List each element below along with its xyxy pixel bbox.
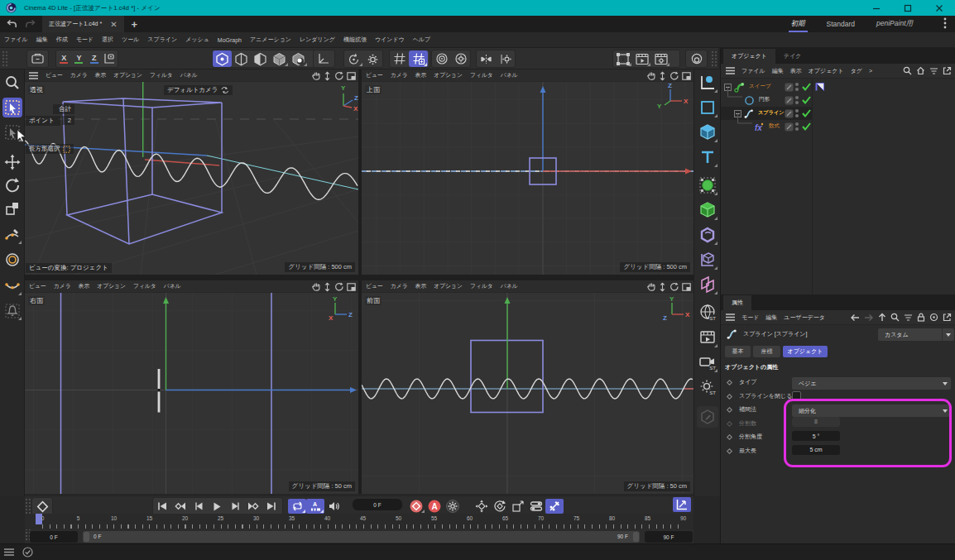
visibility-dots-icon[interactable] xyxy=(794,95,799,105)
axis-settings-icon[interactable] xyxy=(451,50,470,67)
camera-object-icon[interactable]: ST xyxy=(697,352,718,373)
sky-object-icon[interactable]: ST xyxy=(697,302,718,323)
range-slider-right-handle[interactable] xyxy=(633,532,639,542)
spline-smooth-tool-icon[interactable] xyxy=(2,276,22,296)
menu-item[interactable]: 機能拡張 xyxy=(343,36,367,44)
viewport-menu-display[interactable]: 表示 xyxy=(415,282,427,290)
render-settings-icon[interactable] xyxy=(651,50,670,67)
viewport-menu-options[interactable]: オプション xyxy=(434,71,463,79)
viewport-menu-panel[interactable]: パネル xyxy=(180,71,198,79)
attr-menu-mode[interactable]: モード xyxy=(741,314,759,322)
viewport-menu-view[interactable]: ビュー xyxy=(46,71,63,79)
key-scale-icon[interactable] xyxy=(509,499,527,514)
attr-filter-icon[interactable] xyxy=(904,314,913,322)
enabled-check-icon[interactable] xyxy=(801,95,812,105)
cube-primitive-icon[interactable] xyxy=(697,122,718,143)
visibility-dots-icon[interactable] xyxy=(794,82,799,92)
attr-forward-icon[interactable] xyxy=(864,314,874,322)
viewport-menu-display[interactable]: 表示 xyxy=(95,71,107,79)
timeline-ruler[interactable]: 051015202530354045505560657075808590 xyxy=(25,514,693,529)
viewport-menu-view[interactable]: ビュー xyxy=(29,282,46,290)
menu-item[interactable]: 選択 xyxy=(102,36,113,44)
edit-toggle-icon[interactable] xyxy=(785,109,794,118)
redo-icon[interactable] xyxy=(23,17,38,31)
axis-center-icon[interactable] xyxy=(432,50,451,67)
axis-workplane-icon[interactable] xyxy=(314,50,334,67)
maximize-button[interactable] xyxy=(892,0,924,16)
attr-search-icon[interactable] xyxy=(890,313,900,322)
instance-object-icon[interactable] xyxy=(697,249,718,270)
pan-hand-icon[interactable] xyxy=(647,282,655,291)
menu-item[interactable]: ヘルプ xyxy=(413,36,431,44)
phong-tag-icon[interactable] xyxy=(815,82,825,92)
viewport-right[interactable]: ビュー カメラ 表示 オプション フィルタ パネル Y Z X 右面 グリッド間… xyxy=(25,280,358,494)
om-menu-view[interactable]: 表示 xyxy=(790,67,802,75)
type-dropdown[interactable]: ベジエ xyxy=(792,377,951,390)
subdivision-surface-icon[interactable] xyxy=(697,175,718,196)
viewport-menu-camera[interactable]: カメラ xyxy=(70,71,88,79)
symmetry-settings-icon[interactable] xyxy=(496,50,515,67)
enabled-check-icon[interactable] xyxy=(801,108,812,118)
keying-settings-icon[interactable] xyxy=(444,499,462,514)
menu-item[interactable]: MoGraph xyxy=(218,37,242,43)
edit-toggle-icon[interactable] xyxy=(785,83,794,92)
record-keyframe-icon[interactable] xyxy=(33,499,51,514)
object-row-circle[interactable]: 円形 xyxy=(721,93,955,107)
edit-toggle-icon[interactable] xyxy=(785,122,794,132)
extrude-generator-icon[interactable] xyxy=(697,199,718,221)
solo-mode-icon[interactable] xyxy=(687,50,706,67)
pan-hand-icon[interactable] xyxy=(312,71,320,80)
timeline-window-icon[interactable] xyxy=(673,497,691,512)
shading-lines-icon[interactable] xyxy=(232,50,251,67)
viewport-menu-options[interactable]: オプション xyxy=(97,282,126,290)
play-icon[interactable] xyxy=(208,499,226,514)
menu-item[interactable]: モード xyxy=(76,36,94,44)
spline-pen-tool-icon[interactable] xyxy=(2,225,22,245)
current-frame-field[interactable]: 0 F xyxy=(353,499,402,510)
dolly-icon[interactable] xyxy=(659,71,666,81)
menu-item[interactable]: ウインドウ xyxy=(375,36,405,44)
close-tab-icon[interactable]: ✕ xyxy=(110,20,117,29)
record-keyframe-button[interactable] xyxy=(407,499,425,514)
layout-standard[interactable]: Standard xyxy=(827,20,856,28)
om-menu-icon[interactable] xyxy=(726,67,735,74)
viewport-menu-view[interactable]: ビュー xyxy=(366,71,383,79)
orbit-icon[interactable] xyxy=(669,71,679,80)
zoom-tool-icon[interactable] xyxy=(2,73,22,93)
rectangle-spline-icon[interactable] xyxy=(697,97,718,118)
pan-hand-icon[interactable] xyxy=(312,282,320,291)
bell-tool-icon[interactable] xyxy=(2,301,22,321)
key-position-icon[interactable] xyxy=(473,499,491,514)
dolly-icon[interactable] xyxy=(324,71,331,81)
viewport-menu-camera[interactable]: カメラ xyxy=(391,282,408,290)
goto-start-icon[interactable] xyxy=(153,499,171,514)
render-picture-viewer-icon[interactable] xyxy=(632,50,651,67)
layout-initial[interactable]: 初期 xyxy=(791,19,805,29)
viewport-menu-panel[interactable]: パネル xyxy=(164,282,181,290)
camera-label[interactable]: デフォルトカメラ xyxy=(164,85,233,95)
object-name[interactable]: スイープ xyxy=(749,83,771,90)
object-row-formula[interactable]: fx 数式 xyxy=(721,120,955,133)
reset-psr-icon[interactable] xyxy=(344,50,363,67)
visibility-dots-icon[interactable] xyxy=(794,108,799,118)
prev-frame-icon[interactable] xyxy=(190,499,208,514)
enabled-check-icon[interactable] xyxy=(801,82,812,92)
attr-menu-userdata[interactable]: ユーザーデータ xyxy=(784,314,825,322)
dolly-icon[interactable] xyxy=(659,282,666,292)
rotate-tool-icon[interactable] xyxy=(2,175,22,195)
toolbar-drag-handle[interactable] xyxy=(2,50,7,67)
render-view-icon[interactable] xyxy=(613,50,632,67)
top-canvas[interactable]: Z X Y xyxy=(362,82,693,275)
attr-menu-edit[interactable]: 編集 xyxy=(765,314,777,322)
om-menu-edit[interactable]: 編集 xyxy=(772,67,784,75)
toggle-view-icon[interactable] xyxy=(682,283,691,291)
snap-toggle-icon[interactable] xyxy=(409,50,428,67)
undo-icon[interactable] xyxy=(4,17,19,31)
menu-item[interactable]: ファイル xyxy=(4,36,28,44)
menu-item[interactable]: レンダリング xyxy=(300,36,335,44)
om-search-icon[interactable] xyxy=(903,66,912,75)
attr-tab-object[interactable]: オブジェクト xyxy=(783,346,828,357)
viewport-top[interactable]: ビュー カメラ 表示 オプション フィルタ パネル xyxy=(362,69,693,275)
object-name[interactable]: スプライン xyxy=(758,109,785,117)
content-browser-icon[interactable] xyxy=(28,50,47,67)
